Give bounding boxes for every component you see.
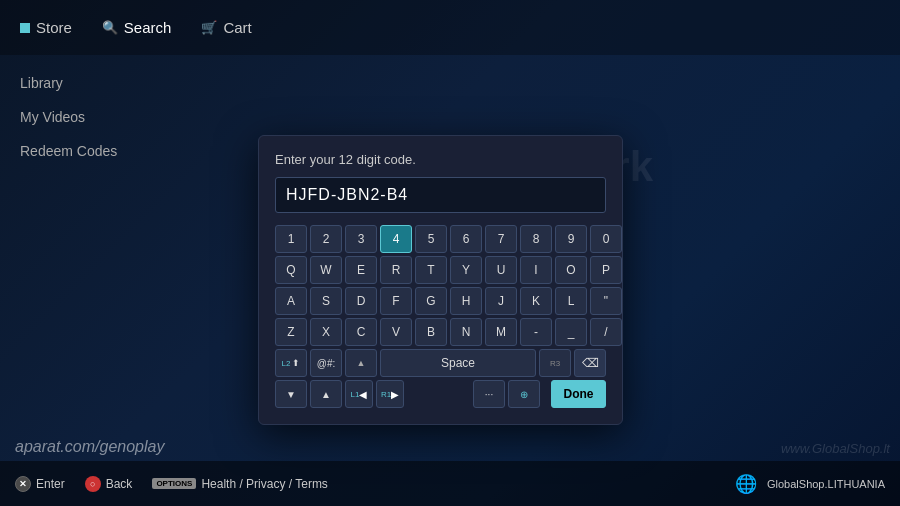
key-4[interactable]: 4 — [380, 225, 412, 253]
bottom-right: 🌐 GlobalShop.LITHUANIA — [735, 473, 885, 495]
key-symbols[interactable]: @#: — [310, 349, 342, 377]
key-l[interactable]: L — [555, 287, 587, 315]
nav-search-label: Search — [124, 19, 172, 36]
key-x[interactable]: X — [310, 318, 342, 346]
key-v[interactable]: V — [380, 318, 412, 346]
watermark-left: aparat.com/genoplay — [15, 438, 164, 456]
keyboard: 1 2 3 4 5 6 7 8 9 0 Q W E R T Y U I O P … — [275, 225, 606, 408]
key-dots[interactable]: ··· — [473, 380, 505, 408]
top-navigation: Store 🔍 Search 🛒 Cart — [0, 0, 900, 55]
key-empty2 — [543, 380, 548, 408]
dialog-title: Enter your 12 digit code. — [275, 152, 606, 167]
sidebar: Library My Videos Redeem Codes — [0, 55, 210, 179]
key-triangle[interactable]: ▲ — [345, 349, 377, 377]
key-8[interactable]: 8 — [520, 225, 552, 253]
key-dash[interactable]: - — [520, 318, 552, 346]
key-3[interactable]: 3 — [345, 225, 377, 253]
key-quote[interactable]: " — [590, 287, 622, 315]
key-j[interactable]: J — [485, 287, 517, 315]
sidebar-item-library[interactable]: Library — [20, 75, 190, 91]
key-underscore[interactable]: _ — [555, 318, 587, 346]
key-a[interactable]: A — [275, 287, 307, 315]
key-w[interactable]: W — [310, 256, 342, 284]
back-action: ○ Back — [85, 476, 133, 492]
redeem-dialog: Enter your 12 digit code. 1 2 3 4 5 6 7 … — [258, 135, 623, 425]
keyboard-row-q: Q W E R T Y U I O P — [275, 256, 606, 284]
key-7[interactable]: 7 — [485, 225, 517, 253]
cart-icon: 🛒 — [201, 20, 217, 35]
key-g[interactable]: G — [415, 287, 447, 315]
code-input[interactable] — [275, 177, 606, 213]
nav-store-label: Store — [36, 19, 72, 36]
key-backspace[interactable]: ⌫ — [574, 349, 606, 377]
key-t[interactable]: T — [415, 256, 447, 284]
key-shift[interactable]: L2 ⬆ — [275, 349, 307, 377]
key-k[interactable]: K — [520, 287, 552, 315]
key-2[interactable]: 2 — [310, 225, 342, 253]
key-6[interactable]: 6 — [450, 225, 482, 253]
nav-search[interactable]: 🔍 Search — [102, 19, 172, 36]
keyboard-special-row: L2 ⬆ @#: ▲ Space R3 ⌫ — [275, 349, 606, 377]
globe-icon: 🌐 — [735, 473, 757, 495]
enter-label: Enter — [36, 477, 65, 491]
enter-action: ✕ Enter — [15, 476, 65, 492]
key-n[interactable]: N — [450, 318, 482, 346]
key-i[interactable]: I — [520, 256, 552, 284]
key-o[interactable]: O — [555, 256, 587, 284]
key-done[interactable]: Done — [551, 380, 606, 408]
store-icon — [20, 23, 30, 33]
keyboard-row-a: A S D F G H J K L " — [275, 287, 606, 315]
health-privacy-terms: Health / Privacy / Terms — [201, 477, 327, 491]
key-c[interactable]: C — [345, 318, 377, 346]
key-5[interactable]: 5 — [415, 225, 447, 253]
key-e[interactable]: E — [345, 256, 377, 284]
back-label: Back — [106, 477, 133, 491]
keyboard-row-z: Z X C V B N M - _ / — [275, 318, 606, 346]
key-r[interactable]: R — [380, 256, 412, 284]
key-d[interactable]: D — [345, 287, 377, 315]
key-1[interactable]: 1 — [275, 225, 307, 253]
key-empty1 — [407, 380, 470, 408]
key-b[interactable]: B — [415, 318, 447, 346]
key-l1[interactable]: L1◀ — [345, 380, 373, 408]
options-button-icon: OPTIONS — [152, 478, 196, 489]
key-r1[interactable]: R1▶ — [376, 380, 404, 408]
key-p[interactable]: P — [590, 256, 622, 284]
keyboard-bottom-row: ▼ ▲ L1◀ R1▶ ··· ⊕ Done — [275, 380, 606, 408]
key-r3[interactable]: R3 — [539, 349, 571, 377]
key-up[interactable]: ▲ — [310, 380, 342, 408]
o-button-icon: ○ — [85, 476, 101, 492]
shop-text: GlobalShop.LITHUANIA — [767, 478, 885, 490]
key-gamepad[interactable]: ⊕ — [508, 380, 540, 408]
key-q[interactable]: Q — [275, 256, 307, 284]
x-button-icon: ✕ — [15, 476, 31, 492]
key-s[interactable]: S — [310, 287, 342, 315]
sidebar-item-redeem-codes[interactable]: Redeem Codes — [20, 143, 190, 159]
nav-cart[interactable]: 🛒 Cart — [201, 19, 251, 36]
key-m[interactable]: M — [485, 318, 517, 346]
key-h[interactable]: H — [450, 287, 482, 315]
options-action: OPTIONS Health / Privacy / Terms — [152, 477, 328, 491]
key-u[interactable]: U — [485, 256, 517, 284]
key-space[interactable]: Space — [380, 349, 536, 377]
key-y[interactable]: Y — [450, 256, 482, 284]
watermark-right: www.GlobalShop.lt — [781, 441, 890, 456]
key-slash[interactable]: / — [590, 318, 622, 346]
search-icon: 🔍 — [102, 20, 118, 35]
sidebar-item-my-videos[interactable]: My Videos — [20, 109, 190, 125]
key-0[interactable]: 0 — [590, 225, 622, 253]
key-f[interactable]: F — [380, 287, 412, 315]
key-down[interactable]: ▼ — [275, 380, 307, 408]
nav-cart-label: Cart — [223, 19, 251, 36]
key-z[interactable]: Z — [275, 318, 307, 346]
bottom-bar: ✕ Enter ○ Back OPTIONS Health / Privacy … — [0, 461, 900, 506]
key-9[interactable]: 9 — [555, 225, 587, 253]
nav-store[interactable]: Store — [20, 19, 72, 36]
keyboard-row-numbers: 1 2 3 4 5 6 7 8 9 0 — [275, 225, 606, 253]
